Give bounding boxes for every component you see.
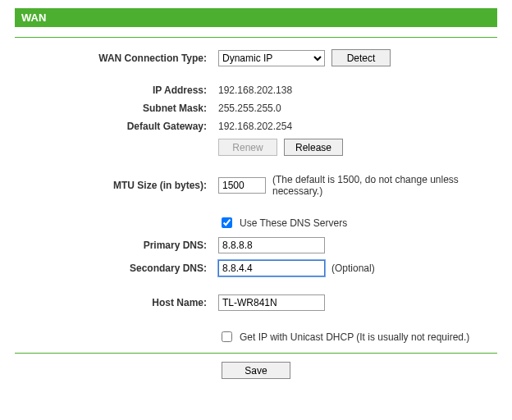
label-ip-address: IP Address:: [15, 84, 218, 96]
divider-top: [15, 37, 497, 38]
row-subnet-mask: Subnet Mask: 255.255.255.0: [15, 103, 497, 114]
wan-settings-form: WAN Connection Type: Dynamic IP Detect I…: [15, 37, 497, 379]
row-default-gateway: Default Gateway: 192.168.202.254: [15, 121, 497, 132]
label-use-dns: Use These DNS Servers: [240, 217, 347, 229]
label-connection-type: WAN Connection Type:: [15, 52, 218, 64]
value-default-gateway: 192.168.202.254: [218, 121, 292, 132]
divider-bottom: [15, 353, 497, 354]
label-host-name: Host Name:: [15, 297, 218, 308]
row-secondary-dns: Secondary DNS: (Optional): [15, 260, 497, 276]
row-ip-address: IP Address: 192.168.202.138: [15, 84, 497, 96]
host-name-input[interactable]: [218, 294, 325, 311]
label-primary-dns: Primary DNS:: [15, 240, 218, 251]
row-renew-release: Renew Release: [15, 139, 497, 156]
hint-mtu: (The default is 1500, do not change unle…: [272, 174, 497, 197]
hint-secondary-optional: (Optional): [331, 262, 375, 274]
renew-button[interactable]: Renew: [218, 139, 277, 156]
connection-type-select[interactable]: Dynamic IP: [218, 50, 325, 66]
page-header: WAN: [15, 8, 497, 27]
detect-button[interactable]: Detect: [331, 49, 391, 66]
label-secondary-dns: Secondary DNS:: [15, 262, 218, 274]
label-default-gateway: Default Gateway:: [15, 121, 218, 132]
primary-dns-input[interactable]: [218, 237, 325, 253]
secondary-dns-input[interactable]: [218, 260, 325, 276]
row-connection-type: WAN Connection Type: Dynamic IP Detect: [15, 49, 497, 66]
row-mtu-size: MTU Size (in bytes): (The default is 150…: [15, 174, 497, 197]
row-save: Save: [15, 362, 497, 379]
row-host-name: Host Name:: [15, 294, 497, 311]
use-dns-checkbox[interactable]: [222, 217, 232, 228]
row-use-dns: Use These DNS Servers: [15, 215, 497, 231]
value-ip-address: 192.168.202.138: [218, 84, 292, 96]
mtu-size-input[interactable]: [218, 177, 266, 194]
label-unicast-dhcp: Get IP with Unicast DHCP (It is usually …: [240, 331, 469, 343]
value-subnet-mask: 255.255.255.0: [218, 103, 281, 114]
row-unicast-dhcp: Get IP with Unicast DHCP (It is usually …: [15, 329, 497, 345]
save-button[interactable]: Save: [222, 362, 290, 379]
row-primary-dns: Primary DNS:: [15, 237, 497, 253]
unicast-dhcp-checkbox[interactable]: [222, 331, 232, 342]
label-mtu-size: MTU Size (in bytes):: [15, 180, 218, 191]
release-button[interactable]: Release: [284, 139, 343, 156]
label-subnet-mask: Subnet Mask:: [15, 103, 218, 114]
page-title: WAN: [21, 11, 46, 24]
